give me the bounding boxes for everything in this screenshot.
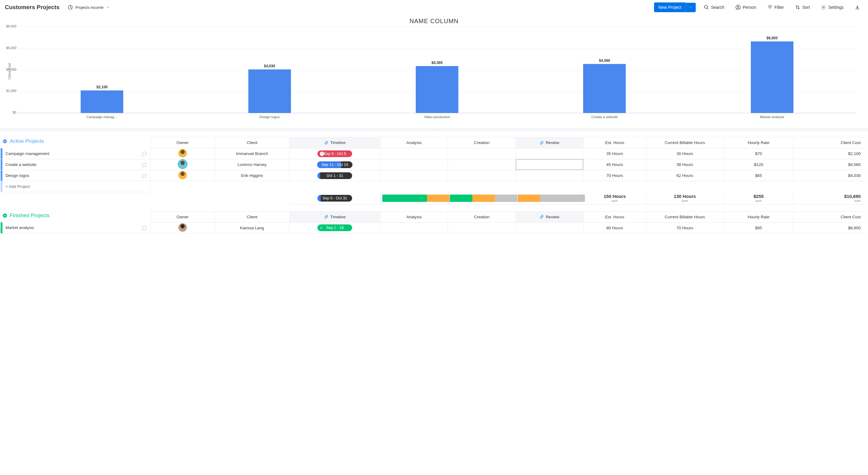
finished-projects-table: Owner Client Timeline Analysis Creation …: [1, 211, 866, 234]
column-header-client[interactable]: Client: [215, 211, 289, 222]
table-row[interactable]: Design logos Erik Higgins Oct 1 - 31 Wor…: [1, 170, 866, 181]
person-icon: [735, 5, 741, 10]
cost-cell[interactable]: $2,100: [794, 148, 866, 159]
download-button[interactable]: [851, 3, 863, 12]
rate-cell[interactable]: $70: [723, 148, 794, 159]
chart-bar[interactable]: [248, 69, 291, 113]
column-header-timeline[interactable]: Timeline: [289, 211, 380, 222]
column-header-billable[interactable]: Current Billable Hours: [646, 137, 723, 148]
column-header-review[interactable]: Review: [516, 137, 583, 148]
timeline-cell[interactable]: Oct 1 - 31: [289, 170, 380, 181]
item-name[interactable]: Campaign management: [5, 151, 49, 156]
status-creation[interactable]: [448, 170, 516, 181]
status-creation[interactable]: Done: [448, 222, 516, 233]
chart-bar[interactable]: [583, 64, 626, 113]
owner-cell[interactable]: [151, 159, 215, 170]
column-header-cost[interactable]: Client Cost: [794, 211, 866, 222]
owner-cell[interactable]: [151, 148, 215, 159]
board-title[interactable]: Customers Projects: [5, 4, 60, 11]
status-review[interactable]: Done: [516, 222, 583, 233]
group-title[interactable]: Active Projects: [10, 138, 44, 144]
cost-cell[interactable]: $6,650: [794, 222, 866, 233]
person-filter-button[interactable]: Person: [732, 3, 759, 12]
group-collapse-toggle[interactable]: [2, 212, 8, 219]
column-header-est-hours[interactable]: Est. Hours: [583, 211, 646, 222]
status-creation[interactable]: Done: [448, 148, 516, 159]
new-project-button[interactable]: New Project: [654, 2, 685, 12]
status-review[interactable]: Working on it: [516, 148, 583, 159]
timeline-cell[interactable]: Sep 5 - Oct 5: [289, 148, 380, 159]
cost-cell[interactable]: $4,560: [794, 159, 866, 170]
column-header-client[interactable]: Client: [215, 137, 289, 148]
est-hours-cell[interactable]: 35 Hours: [583, 148, 646, 159]
conversation-icon[interactable]: [141, 162, 147, 168]
sort-button[interactable]: Sort: [792, 3, 813, 12]
avatar: [178, 223, 187, 232]
client-cell[interactable]: Immanuel Branch: [215, 148, 289, 159]
add-item-row[interactable]: + Add Project: [1, 181, 866, 192]
sort-icon: [795, 5, 800, 10]
column-header-analysis[interactable]: Analysis: [380, 137, 448, 148]
client-cell[interactable]: Erik Higgins: [215, 170, 289, 181]
status-analysis[interactable]: Working on it: [380, 170, 448, 181]
column-header-timeline[interactable]: Timeline: [289, 137, 380, 148]
column-header-review[interactable]: Review: [516, 211, 583, 222]
conversation-icon[interactable]: [141, 225, 147, 231]
timeline-cell[interactable]: Sep 1 - 18: [289, 222, 380, 233]
est-hours-cell[interactable]: 45 Hours: [583, 159, 646, 170]
rate-cell[interactable]: $95: [723, 222, 794, 233]
filter-button[interactable]: Filter: [764, 3, 787, 12]
group-title[interactable]: Finished Projects: [10, 212, 49, 219]
item-name[interactable]: Create a website: [5, 162, 36, 167]
table-row[interactable]: Create a website Lorenzo Harvey Sep 11 -…: [1, 159, 866, 170]
rate-cell[interactable]: $120: [723, 159, 794, 170]
status-review[interactable]: [516, 170, 583, 181]
conversation-icon[interactable]: [141, 173, 147, 179]
status-analysis[interactable]: Done: [380, 159, 448, 170]
column-header-billable[interactable]: Current Billable Hours: [646, 211, 723, 222]
column-header-cost[interactable]: Client Cost: [794, 137, 866, 148]
cost-cell[interactable]: $4,030: [794, 170, 866, 181]
client-cell[interactable]: Karissa Lang: [215, 222, 289, 233]
timeline-cell[interactable]: Sep 11 - Oct 15: [289, 159, 380, 170]
search-button[interactable]: Search: [701, 3, 727, 12]
column-header-rate[interactable]: Hourly Rate: [723, 137, 794, 148]
chart-plot-area[interactable]: $0 $2,000 $4,000 $6,000 $8,000 $2,100 $4…: [18, 27, 856, 113]
column-header-owner[interactable]: Owner: [151, 211, 215, 222]
column-header-creation[interactable]: Creation: [448, 211, 516, 222]
column-header-owner[interactable]: Owner: [151, 137, 215, 148]
status-analysis[interactable]: Done: [380, 148, 448, 159]
table-row[interactable]: Campaign management Immanuel Branch Sep …: [1, 148, 866, 159]
billable-cell[interactable]: 62 Hours: [646, 170, 723, 181]
billable-cell[interactable]: 30 Hours: [646, 148, 723, 159]
owner-cell[interactable]: [151, 170, 215, 181]
billable-cell[interactable]: 38 Hours: [646, 159, 723, 170]
column-header-creation[interactable]: Creation: [448, 137, 516, 148]
item-name[interactable]: Market analysis: [5, 225, 34, 230]
group-collapse-toggle[interactable]: [2, 138, 8, 144]
status-analysis[interactable]: Done: [380, 222, 448, 233]
new-project-dropdown[interactable]: [686, 3, 696, 12]
column-header-rate[interactable]: Hourly Rate: [723, 211, 794, 222]
item-name[interactable]: Design logos: [5, 173, 29, 178]
chart-bar[interactable]: [81, 90, 123, 113]
est-hours-cell[interactable]: 80 Hours: [583, 222, 646, 233]
conversation-icon[interactable]: [141, 150, 147, 156]
link-icon: [324, 141, 329, 145]
column-header-est-hours[interactable]: Est. Hours: [583, 137, 646, 148]
chart-bar[interactable]: [751, 41, 794, 113]
billable-cell[interactable]: 70 Hours: [646, 222, 723, 233]
column-header-analysis[interactable]: Analysis: [380, 211, 448, 222]
owner-cell[interactable]: [151, 222, 215, 233]
pane-resize-handle[interactable]: ::::: [0, 128, 868, 131]
status-creation[interactable]: Working on it: [448, 159, 516, 170]
client-cell[interactable]: Lorenzo Harvey: [215, 159, 289, 170]
rate-cell[interactable]: $65: [723, 170, 794, 181]
view-selector[interactable]: Projects income: [64, 3, 113, 12]
table-row[interactable]: Market analysis Karissa Lang Sep 1 - 18 …: [1, 222, 866, 233]
chart-bar[interactable]: [416, 66, 458, 113]
summary-cost: $10,690sum: [794, 192, 866, 205]
settings-button[interactable]: Settings: [818, 3, 847, 12]
est-hours-cell[interactable]: 70 Hours: [583, 170, 646, 181]
status-review[interactable]: [516, 159, 583, 170]
